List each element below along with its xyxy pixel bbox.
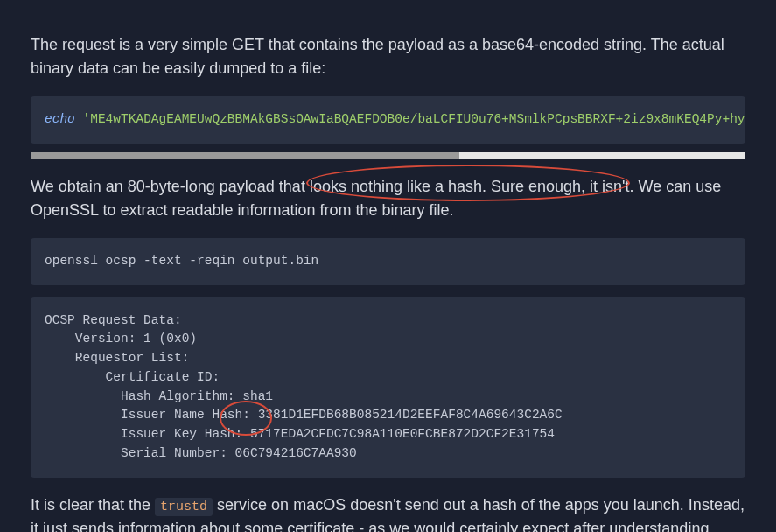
code-block-openssl-cmd[interactable]: openssl ocsp -text -reqin output.bin (31, 238, 745, 285)
string-literal: 'ME4wTKADAgEAMEUwQzBBMAkGBSsOAwIaBQAEFDO… (75, 112, 745, 126)
code-block-ocsp-output[interactable]: OCSP Request Data: Version: 1 (0x0) Requ… (31, 298, 745, 478)
paragraph2-highlighted: looks nothing like a hash. Sure enough, … (310, 178, 634, 195)
inline-code-trustd: trustd (155, 498, 213, 516)
intro-paragraph: The request is a very simple GET that co… (31, 33, 745, 80)
paragraph3-prefix: It is clear that the (31, 496, 155, 514)
scroll-track[interactable] (31, 152, 745, 159)
annotated-paragraph-wrapper: We obtain an 80-byte-long payload that l… (31, 175, 745, 222)
conclusion-paragraph: It is clear that the trustd service on m… (31, 494, 745, 533)
annotated-code-wrapper: OCSP Request Data: Version: 1 (0x0) Requ… (31, 298, 745, 478)
payload-paragraph: We obtain an 80-byte-long payload that l… (31, 175, 745, 222)
keyword-echo: echo (45, 112, 75, 126)
code-block-echo[interactable]: echo 'ME4wTKADAgEAMEUwQzBBMAkGBSsOAwIaBQ… (31, 96, 745, 144)
paragraph2-prefix: We obtain an 80-byte-long payload that (31, 178, 310, 195)
scroll-thumb[interactable] (31, 152, 459, 159)
